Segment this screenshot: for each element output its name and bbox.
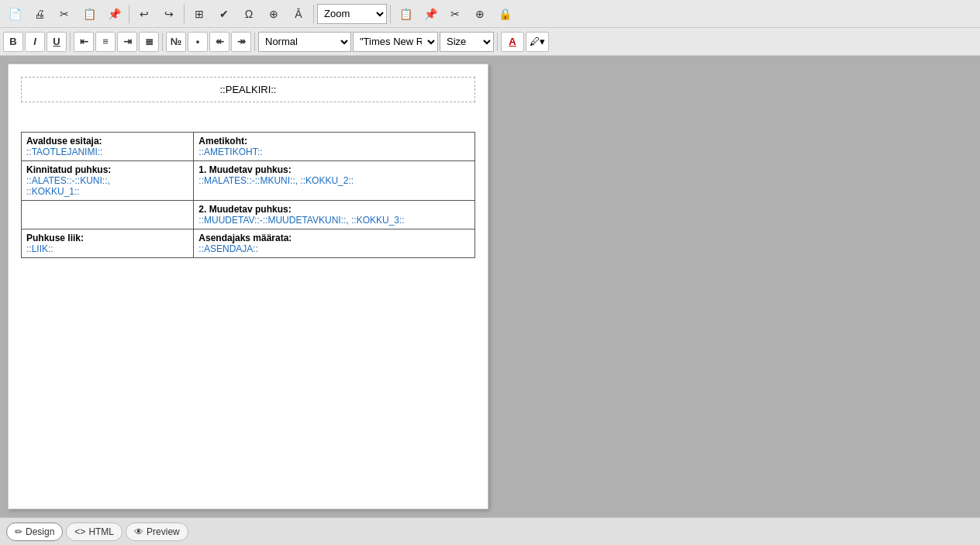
applicant-value: ::TAOTLEJANIMI:: [26,147,102,157]
special2-button[interactable]: ⊕ [468,3,492,25]
format2-button[interactable]: Ā [287,3,310,25]
table-cell: Avalduse esitaja: ::TAOTLEJANIMI:: [22,133,194,161]
lock-button[interactable]: 🔒 [493,3,516,25]
bold-button[interactable]: B [3,32,23,52]
document[interactable]: ::PEALKIRI:: Avalduse esitaja: ::TAOTLEJ… [8,64,488,509]
indent-button[interactable]: ↠ [231,32,251,52]
separator8 [497,33,498,51]
align-justify-button[interactable]: ≣ [139,32,159,52]
font-color-button[interactable]: A [501,32,524,52]
tab-bar: ✏ Design <> HTML 👁 Preview [0,517,980,545]
html-icon: <> [74,526,85,537]
substitute-value: ::ASENDAJA:: [198,243,258,254]
toolbar-row2: B I U ⇤ ≡ ⇥ ≣ № • ↞ ↠ Normal Heading 1 H… [0,28,980,56]
separator1 [129,5,129,23]
preview-tab-label: Preview [147,526,180,537]
separator2 [184,5,185,23]
redo-button[interactable]: ↪ [157,3,181,25]
table-row: 2. Muudetav puhkus: ::MUUDETAV::-::MUUDE… [22,201,475,229]
design-tab[interactable]: ✏ Design [6,523,63,541]
confirmed-leave-value: ::ALATES::-::KUNI::, ::KOKKU_1:: [26,175,110,197]
separator3 [313,5,314,23]
table-cell: 1. Muudetav puhkus: ::MALATES::-::MKUNI:… [194,161,475,201]
html-tab[interactable]: <> HTML [66,523,122,541]
table-cell: Asendajaks määrata: ::ASENDAJA:: [194,229,475,258]
ordered-list-button[interactable]: № [166,32,186,52]
separator4 [390,5,391,23]
paste-button[interactable]: 📌 [102,3,126,25]
html-tab-label: HTML [88,526,114,537]
modified-leave1-value: ::MALATES::-::MKUNI::, ::KOKKU_2:: [198,175,354,186]
modified-leave2-label: 2. Muudetav puhkus: [198,204,291,215]
separator6 [162,33,163,51]
design-icon: ✏ [15,526,22,537]
table-row: Kinnitatud puhkus: ::ALATES::-::KUNI::, … [22,161,475,201]
preview-tab[interactable]: 👁 Preview [126,523,188,541]
outdent-button[interactable]: ↞ [209,32,229,52]
insert-button[interactable]: ⊕ [262,3,285,25]
table-button[interactable]: ⊞ [188,3,211,25]
applicant-label: Avalduse esitaja: [26,136,102,147]
modified-leave2-value: ::MUUDETAV::-::MUUDETAVKUNI::, ::KOKKU_3… [198,215,404,226]
align-center-button[interactable]: ≡ [95,32,116,52]
paragraph-style-select[interactable]: Normal Heading 1 Heading 2 [258,32,351,52]
highlight-button[interactable]: 🖊▾ [526,32,549,52]
undo-button[interactable]: ↩ [133,3,156,25]
italic-button[interactable]: I [25,32,45,52]
table-cell: Puhkuse liik: ::LIIK:: [22,229,194,258]
unordered-list-button[interactable]: • [188,32,208,52]
separator7 [254,33,255,51]
preview-icon: 👁 [134,526,143,537]
print-button[interactable]: 🖨 [28,3,51,25]
copy-button[interactable]: 📋 [78,3,101,25]
document-table: Avalduse esitaja: ::TAOTLEJANIMI:: Ameti… [21,132,475,258]
separator5 [70,33,71,51]
table-row: Avalduse esitaja: ::TAOTLEJANIMI:: Ameti… [22,133,475,161]
document-title: ::PEALKIRI:: [21,77,475,102]
align-left-button[interactable]: ⇤ [74,32,94,52]
table-cell: 2. Muudetav puhkus: ::MUUDETAV::-::MUUDE… [194,201,475,229]
font-select[interactable]: "Times New Roman" Arial [353,32,438,52]
cut2-button[interactable]: ✂ [443,3,467,25]
new-document-button[interactable]: 📄 [3,3,26,25]
leave-type-label: Puhkuse liik: [26,233,84,243]
spellcheck-button[interactable]: ✔ [212,3,236,25]
zoom-select[interactable]: Zoom [317,4,387,24]
doc-spacer [21,109,475,132]
font-size-select[interactable]: Size 101214 [440,32,494,52]
cut-button[interactable]: ✂ [53,3,76,25]
modified-leave1-label: 1. Muudetav puhkus: [198,164,291,175]
title-text: ::PEALKIRI:: [220,84,277,95]
editor-area: ::PEALKIRI:: Avalduse esitaja: ::TAOTLEJ… [0,56,980,517]
underline-button[interactable]: U [47,32,67,52]
position-label: Ametikoht: [198,136,247,147]
leave-type-value: ::LIIK:: [26,243,53,254]
table-row: Puhkuse liik: ::LIIK:: Asendajaks määrat… [22,229,475,258]
copy2-button[interactable]: 📋 [394,3,417,25]
table-cell: Kinnitatud puhkus: ::ALATES::-::KUNI::, … [22,161,194,201]
table-cell [22,201,194,229]
special-char-button[interactable]: Ω [237,3,261,25]
position-value: ::AMETIKOHT:: [198,147,262,157]
table-cell: Ametikoht: ::AMETIKOHT:: [194,133,475,161]
confirmed-leave-label: Kinnitatud puhkus: [26,164,111,175]
align-right-button[interactable]: ⇥ [117,32,137,52]
design-tab-label: Design [26,526,54,537]
toolbar-row1: 📄 🖨 ✂ 📋 📌 ↩ ↪ ⊞ ✔ Ω ⊕ Ā Zoom 📋 📌 ✂ ⊕ 🔒 [0,0,980,28]
substitute-label: Asendajaks määrata: [198,233,292,243]
paste2-button[interactable]: 📌 [419,3,442,25]
